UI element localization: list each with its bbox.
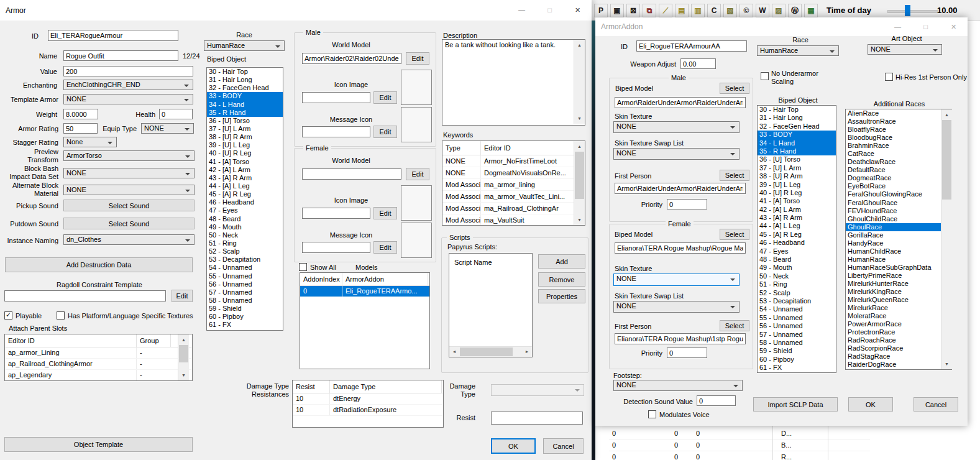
close-button[interactable]: ✕ — [940, 17, 968, 36]
scroll-up-icon[interactable]: ▲ — [941, 109, 952, 120]
list-item[interactable]: DogmeatRace — [846, 174, 941, 182]
list-item[interactable]: 55 - Unnamed — [207, 272, 283, 280]
hires-checkbox[interactable] — [885, 73, 893, 81]
list-item[interactable]: LibertyPrimeRace — [846, 272, 941, 280]
list-item[interactable]: 61 - FX — [207, 321, 283, 329]
list-item[interactable]: FEVHoundRace — [846, 207, 941, 215]
no-underarmor-checkbox[interactable] — [761, 72, 769, 80]
ragdoll-input[interactable] — [4, 290, 166, 301]
list-item[interactable]: 35 - R Hand — [207, 109, 283, 117]
models-table[interactable]: AddonIndexArmorAddon0Eli_RogueTERAArmo..… — [300, 272, 430, 369]
table-row[interactable]: Mod Associ...ma_armor_VaultTec_Lini... — [442, 191, 585, 203]
female-message-icon-edit-button[interactable]: Edit — [373, 241, 397, 254]
female-priority-input[interactable] — [667, 347, 707, 358]
water-cube-icon[interactable]: ▨ — [772, 4, 785, 17]
list-item[interactable]: 44 - [A] L Leg — [207, 182, 283, 190]
female-message-icon-input[interactable] — [302, 242, 370, 253]
table-row[interactable]: NONEDogmeatNoVisualsOnRe... — [442, 167, 585, 179]
male-world-model-input[interactable] — [302, 53, 401, 64]
list-item[interactable]: HumanChildRace — [846, 247, 941, 255]
list-item[interactable]: 56 - Unnamed — [758, 322, 836, 330]
list-item[interactable]: FeralGhoulRace — [846, 199, 941, 207]
slider-track[interactable] — [887, 10, 938, 13]
ragdoll-edit-button[interactable]: Edit — [172, 290, 193, 302]
list-item[interactable]: 61 - FX — [758, 364, 836, 372]
list-item[interactable]: 47 - Eyes — [758, 247, 836, 255]
pickup-sound-button[interactable]: Select Sound — [63, 200, 195, 211]
description-scrollbar[interactable]: ▲ ▼ — [574, 40, 585, 124]
id-input[interactable] — [48, 30, 178, 41]
enchanting-select[interactable]: EnchClothingCHR_END — [63, 80, 193, 90]
value-input[interactable] — [63, 66, 193, 76]
scroll-left-icon[interactable]: ◄ — [449, 347, 459, 357]
list-item[interactable]: FeralGhoulGlowingRace — [846, 190, 941, 198]
list-item[interactable]: 60 - Pipboy — [207, 313, 283, 321]
collision-cube-icon[interactable]: ▧ — [723, 4, 737, 17]
female-first-person-select-button[interactable]: Select — [720, 320, 749, 331]
list-item[interactable]: HandyRace — [846, 239, 941, 247]
list-item[interactable]: 46 - Headband — [207, 198, 283, 206]
marker-cube-icon[interactable]: ▥ — [691, 4, 705, 17]
instance-naming-select[interactable]: dn_Clothes — [63, 234, 195, 245]
female-icon-image-edit-button[interactable]: Edit — [373, 207, 397, 219]
female-biped-model-input[interactable] — [615, 242, 746, 254]
art-object-select[interactable]: NONE — [868, 44, 942, 55]
aa-biped-object-list[interactable]: 30 - Hair Top31 - Hair Long32 - FaceGen … — [757, 105, 836, 373]
water-letter-icon[interactable]: W — [756, 4, 769, 17]
list-item[interactable]: 41 - [A] Torso — [207, 158, 283, 166]
list-item[interactable]: ProtectronRace — [846, 328, 941, 336]
list-item[interactable]: 40 - [U] R Leg — [207, 149, 283, 157]
list-item[interactable]: RadScorpionRace — [846, 344, 941, 352]
time-of-day-slider[interactable] — [887, 4, 937, 17]
multibound-icon[interactable]: ⧉ — [643, 4, 656, 17]
list-item[interactable]: 45 - [A] R Leg — [758, 231, 836, 239]
scroll-thumb[interactable] — [575, 152, 584, 199]
table-row[interactable]: 10dtRadiationExposure — [293, 405, 443, 416]
male-skin-texture-select[interactable]: NONE — [613, 121, 740, 133]
list-item[interactable]: MirelurkRace — [846, 304, 941, 312]
landscape-icon[interactable]: ▦ — [804, 4, 818, 17]
biped-object-list[interactable]: 30 - Hair Top31 - Hair Long32 - FaceGen … — [206, 67, 283, 331]
list-item[interactable]: 31 - Hair Long — [207, 76, 283, 84]
list-item[interactable]: BrahminRace — [846, 142, 941, 150]
male-first-person-input[interactable] — [615, 183, 746, 194]
table-row[interactable]: Mod Associ...ma_Railroad_ClothingAr — [442, 203, 585, 214]
health-input[interactable] — [159, 109, 193, 119]
list-item[interactable]: 53 - Decapitation — [758, 297, 836, 305]
male-first-person-select-button[interactable]: Select — [720, 170, 749, 181]
list-item[interactable]: GhoulChildRace — [846, 215, 941, 223]
table-row[interactable]: Mod Associ...ma_armor_lining — [442, 179, 585, 191]
male-priority-input[interactable] — [667, 199, 707, 209]
papyrus-scripts-list[interactable]: Script Name ◄ ► — [449, 253, 533, 357]
table-row[interactable]: 000D... — [609, 428, 870, 439]
list-item[interactable]: 37 - [U] L Arm — [758, 164, 836, 172]
list-item[interactable]: 49 - Mouth — [207, 223, 283, 231]
list-item[interactable]: 32 - FaceGen Head — [207, 84, 283, 92]
list-item[interactable]: 57 - Unnamed — [207, 288, 283, 297]
import-sclp-button[interactable]: Import SCLP Data — [753, 397, 838, 412]
female-world-model-edit-button[interactable]: Edit — [406, 168, 429, 180]
table-row[interactable]: 000R... — [609, 451, 870, 460]
list-item[interactable]: EyeBotRace — [846, 182, 941, 190]
list-item[interactable]: 41 - [A] Torso — [758, 197, 836, 205]
list-item[interactable]: RadRoachRace — [846, 336, 941, 344]
male-world-model-edit-button[interactable]: Edit — [406, 52, 429, 65]
list-item[interactable]: 51 - Ring — [758, 280, 836, 288]
name-input[interactable] — [63, 50, 178, 61]
list-item[interactable]: DefaultRace — [846, 166, 941, 174]
preview-transform-select[interactable]: ArmorTorso — [63, 150, 195, 161]
list-item[interactable]: 43 - [A] R Arm — [207, 174, 283, 182]
footstep-select[interactable]: NONE — [613, 380, 743, 391]
list-item[interactable]: 50 - Neck — [758, 272, 836, 280]
list-item[interactable]: RadStagRace — [846, 352, 941, 361]
combined-objects-icon[interactable]: © — [740, 4, 753, 17]
list-item[interactable]: MirelurkKingRace — [846, 288, 941, 296]
table-row[interactable]: 10dtEnergy — [293, 393, 443, 405]
putdown-sound-button[interactable]: Select Sound — [63, 218, 195, 229]
attach-scrollbar[interactable]: ▲ ▼ — [178, 334, 189, 380]
list-item[interactable]: 39 - [U] L Leg — [207, 141, 283, 149]
weight-input[interactable] — [63, 109, 98, 119]
world-water-icon[interactable]: Ⓦ — [788, 4, 802, 17]
scroll-down-icon[interactable]: ▼ — [574, 214, 585, 225]
aa-ok-button[interactable]: OK — [848, 397, 893, 412]
